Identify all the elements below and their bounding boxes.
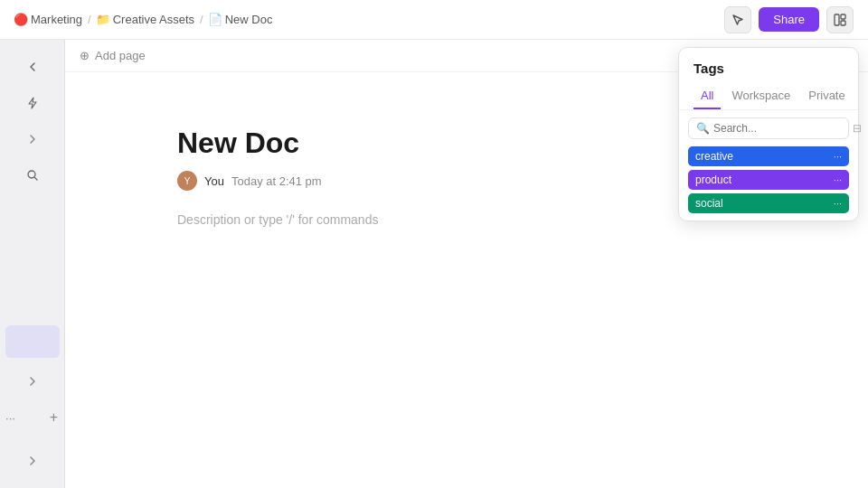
tags-popup: Tags All Workspace Private 🔍 ⊟ creative … bbox=[678, 47, 859, 221]
tag-social-more[interactable]: ··· bbox=[834, 198, 842, 209]
breadcrumb-creative-assets[interactable]: 📁 Creative Assets bbox=[97, 13, 194, 26]
breadcrumb-marketing[interactable]: 🔴 Marketing bbox=[14, 13, 82, 26]
sidebar-active-item[interactable] bbox=[5, 325, 60, 358]
sidebar-bottom: ··· + bbox=[0, 401, 74, 441]
tag-item-social[interactable]: social ··· bbox=[688, 193, 849, 213]
tag-item-product[interactable]: product ··· bbox=[688, 170, 849, 190]
doc-timestamp: Today at 2:41 pm bbox=[231, 174, 322, 188]
svg-rect-0 bbox=[835, 14, 839, 25]
tags-tab-all[interactable]: All bbox=[693, 83, 721, 109]
breadcrumb-new-doc[interactable]: 📄 New Doc bbox=[209, 13, 273, 26]
doc-title[interactable]: New Doc bbox=[177, 127, 756, 160]
sidebar-nav-2[interactable] bbox=[13, 365, 52, 398]
breadcrumb-sep-2: / bbox=[200, 13, 203, 26]
add-page-icon: ⊕ bbox=[80, 49, 90, 62]
doc-author: You bbox=[204, 174, 224, 188]
tag-product-label: product bbox=[695, 174, 731, 186]
breadcrumb: 🔴 Marketing / 📁 Creative Assets / 📄 New … bbox=[14, 13, 272, 26]
tags-title: Tags bbox=[679, 48, 858, 83]
sidebar-bottom-row: ··· + bbox=[0, 401, 74, 434]
doc-description-placeholder[interactable]: Description or type '/' for commands bbox=[177, 212, 756, 227]
sidebar: ··· + bbox=[0, 40, 65, 488]
sidebar-search[interactable] bbox=[13, 159, 52, 192]
sidebar-lightning[interactable] bbox=[13, 87, 52, 119]
topbar-right: Share bbox=[724, 6, 854, 33]
sidebar-more[interactable]: ··· bbox=[0, 401, 31, 434]
tags-tab-private[interactable]: Private bbox=[801, 83, 852, 109]
breadcrumb-creative-assets-label: Creative Assets bbox=[113, 13, 194, 26]
topbar: 🔴 Marketing / 📁 Creative Assets / 📄 New … bbox=[0, 0, 868, 40]
add-page-label: Add page bbox=[95, 49, 146, 62]
layout-button[interactable] bbox=[826, 6, 854, 33]
share-button[interactable]: Share bbox=[759, 7, 819, 32]
tag-item-creative[interactable]: creative ··· bbox=[688, 146, 849, 166]
sidebar-nav-1[interactable] bbox=[13, 123, 52, 155]
tags-search-row: 🔍 ⊟ bbox=[688, 117, 849, 139]
tag-creative-label: creative bbox=[695, 150, 733, 163]
tags-filter-icon[interactable]: ⊟ bbox=[853, 122, 862, 135]
breadcrumb-new-doc-label: New Doc bbox=[225, 13, 273, 26]
cursor-button[interactable] bbox=[724, 6, 751, 33]
tag-social-label: social bbox=[695, 197, 723, 210]
doc-icon: 📄 bbox=[209, 14, 222, 26]
breadcrumb-sep-1: / bbox=[88, 13, 91, 26]
tag-list: creative ··· product ··· social ··· bbox=[679, 146, 858, 213]
svg-rect-2 bbox=[841, 21, 845, 25]
sidebar-nav-3[interactable] bbox=[13, 445, 52, 477]
tags-tabs: All Workspace Private bbox=[679, 83, 858, 110]
svg-point-3 bbox=[28, 171, 35, 178]
tag-product-more[interactable]: ··· bbox=[834, 174, 842, 185]
tags-tab-workspace[interactable]: Workspace bbox=[724, 83, 797, 109]
breadcrumb-marketing-label: Marketing bbox=[31, 13, 82, 26]
doc-meta: Y You Today at 2:41 pm bbox=[177, 171, 756, 191]
tag-creative-more[interactable]: ··· bbox=[834, 151, 842, 162]
marketing-icon: 🔴 bbox=[14, 14, 27, 26]
avatar: Y bbox=[177, 171, 197, 191]
tags-search-input[interactable] bbox=[713, 122, 849, 135]
tags-search-icon: 🔍 bbox=[696, 122, 710, 135]
svg-rect-1 bbox=[841, 14, 845, 19]
folder-icon: 📁 bbox=[97, 14, 109, 26]
sidebar-collapse[interactable] bbox=[13, 51, 52, 83]
